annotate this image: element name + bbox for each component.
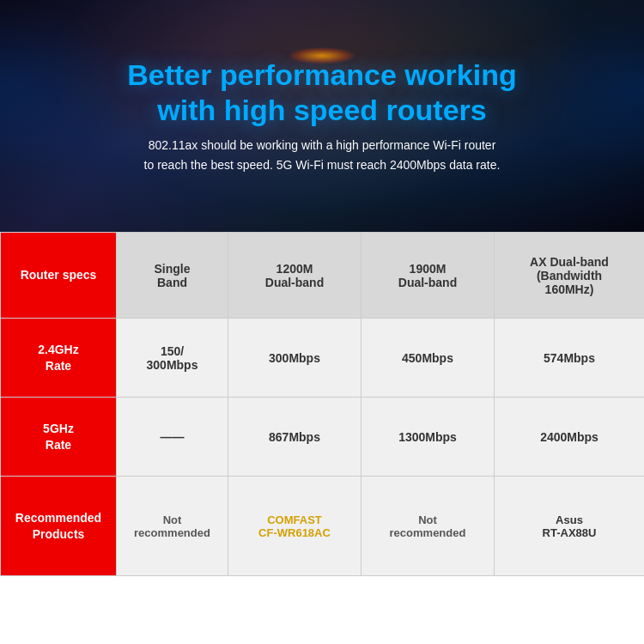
rec-col1: Notrecommended xyxy=(117,477,228,576)
rec-col3: Notrecommended xyxy=(361,477,495,576)
label-5ghz: 5GHzRate xyxy=(1,398,117,477)
hero-title: Better performance workingwith high spee… xyxy=(110,58,533,128)
col4-header: AX Dual-band(Bandwidth160MHz) xyxy=(495,233,645,319)
col1-header: SingleBand xyxy=(117,233,228,319)
2ghz-col1: 150/300Mbps xyxy=(117,319,228,398)
2ghz-col2: 300Mbps xyxy=(228,319,361,398)
5ghz-col3: 1300Mbps xyxy=(361,398,495,477)
rec-col2: COMFASTCF-WR618AC xyxy=(228,477,361,576)
rec-col4: AsusRT-AX88U xyxy=(495,477,645,576)
label-recommended: RecommendedProducts xyxy=(1,477,117,576)
label-2ghz: 2.4GHzRate xyxy=(1,319,117,398)
label-router-specs: Router specs xyxy=(1,233,117,319)
5ghz-col1: —— xyxy=(117,398,228,477)
hero-subtitle: 802.11ax should be working with a high p… xyxy=(93,136,552,174)
hero-section: Better performance workingwith high spee… xyxy=(0,0,644,232)
page-wrapper: Better performance workingwith high spee… xyxy=(0,0,644,644)
table-row-5ghz: 5GHzRate —— 867Mbps 1300Mbps 2400Mbps xyxy=(1,398,645,477)
col2-header: 1200MDual-band xyxy=(228,233,361,319)
table-section: Router specs SingleBand 1200MDual-band 1… xyxy=(0,232,644,644)
col3-header: 1900MDual-band xyxy=(361,233,495,319)
5ghz-col4: 2400Mbps xyxy=(495,398,645,477)
router-table: Router specs SingleBand 1200MDual-band 1… xyxy=(0,232,644,576)
table-row-2ghz: 2.4GHzRate 150/300Mbps 300Mbps 450Mbps 5… xyxy=(1,319,645,398)
5ghz-col2: 867Mbps xyxy=(228,398,361,477)
table-header-row: Router specs SingleBand 1200MDual-band 1… xyxy=(1,233,645,319)
2ghz-col3: 450Mbps xyxy=(361,319,495,398)
table-row-recommended: RecommendedProducts Notrecommended COMFA… xyxy=(1,477,645,576)
2ghz-col4: 574Mbps xyxy=(495,319,645,398)
